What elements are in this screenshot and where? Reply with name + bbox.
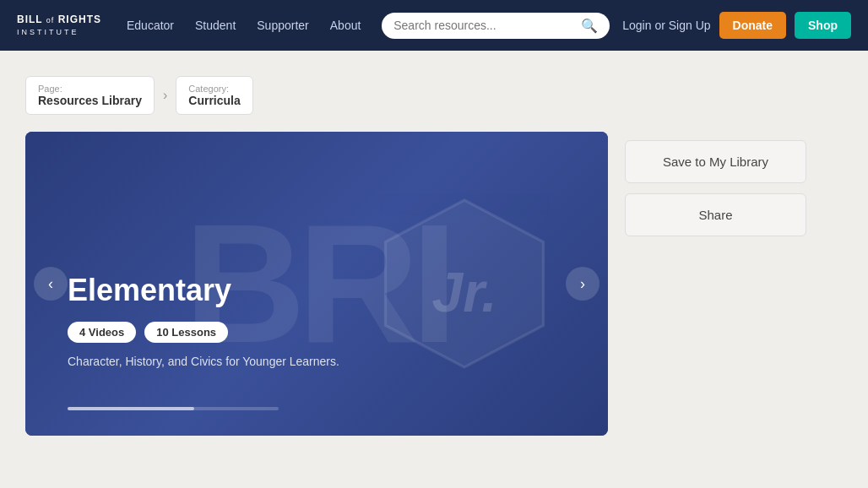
nav-educator[interactable]: Educator [127,19,174,32]
carousel-tag-videos[interactable]: 4 Videos [68,322,136,343]
nav-student[interactable]: Student [195,19,236,32]
jr-hexagon: Jr. [372,191,557,377]
category-label: Category: [188,84,240,94]
page-value: Resources Library [38,94,142,107]
carousel-content: Elementary 4 Videos 10 Lessons Character… [68,273,339,368]
share-button[interactable]: Share [625,193,806,236]
breadcrumb-page[interactable]: Page: Resources Library [25,76,155,115]
carousel: BRI Jr. Elementary 4 Videos 10 Lessons C… [25,132,608,436]
nav-links: Educator Student Supporter About [127,19,382,32]
search-bar: 🔍 [382,13,610,39]
main-layout: BRI Jr. Elementary 4 Videos 10 Lessons C… [25,132,847,436]
breadcrumb-arrow: › [163,88,167,103]
carousel-progress-fill [68,407,194,410]
breadcrumb-category[interactable]: Category: Curricula [176,76,252,115]
login-button[interactable]: Login or Sign Up [622,19,710,32]
carousel-tag-lessons[interactable]: 10 Lessons [144,322,228,343]
donate-button[interactable]: Donate [719,12,786,39]
carousel-prev-button[interactable]: ‹ [34,267,68,301]
save-to-library-button[interactable]: Save to My Library [625,140,806,183]
search-input[interactable] [393,19,581,32]
carousel-title: Elementary [68,273,339,308]
nav-supporter[interactable]: Supporter [257,19,308,32]
page-label: Page: [38,84,142,94]
sidebar-actions: Save to My Library Share [625,132,806,436]
carousel-description: Character, History, and Civics for Young… [68,355,339,368]
navigation: BILL of RIGHTS INSTITUTE Educator Studen… [0,0,868,51]
search-icon: 🔍 [581,18,598,34]
nav-about[interactable]: About [330,19,361,32]
carousel-next-button[interactable]: › [566,267,599,301]
carousel-progress [68,407,279,410]
breadcrumb: Page: Resources Library › Category: Curr… [25,76,847,115]
svg-text:Jr.: Jr. [431,261,496,323]
nav-right-actions: Login or Sign Up Donate Shop [622,12,851,39]
category-value: Curricula [188,94,240,107]
carousel-tags: 4 Videos 10 Lessons [68,322,339,343]
logo[interactable]: BILL of RIGHTS INSTITUTE [17,14,101,37]
page-content: Page: Resources Library › Category: Curr… [0,51,868,453]
shop-button[interactable]: Shop [795,12,851,39]
